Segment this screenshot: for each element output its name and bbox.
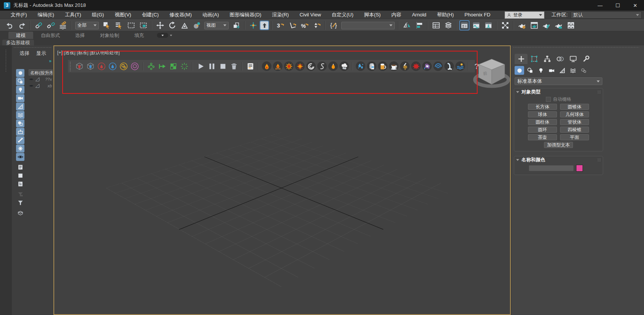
menu-item-12[interactable]: 自定义(U) (326, 11, 359, 19)
material-editor-icon[interactable] (499, 20, 511, 31)
phoenix-help-button[interactable]: ? (472, 61, 481, 71)
select-and-place-icon[interactable] (191, 20, 202, 31)
select-and-link-icon[interactable] (33, 20, 44, 31)
phoenix-body-force-icon[interactable] (130, 61, 139, 71)
edit-named-selection-sets-icon[interactable]: {} (328, 20, 339, 31)
phoenix-particle-shader-icon[interactable] (119, 61, 128, 71)
phoenix-liquid-source-icon[interactable] (108, 61, 117, 71)
menu-item-6[interactable]: 创建(C) (137, 11, 164, 19)
filter-settings-button[interactable] (16, 190, 24, 198)
ribbon-tab-5[interactable]: 填充 (127, 32, 152, 39)
scene-explorer-tab-select[interactable]: 选择 (19, 50, 29, 57)
menu-item-10[interactable]: 渲染(R) (267, 11, 294, 19)
phoenix-fire-smoke-simulator-icon[interactable] (74, 61, 84, 71)
menu-item-4[interactable]: 组(G) (87, 11, 110, 19)
pick-container-button[interactable] (16, 209, 24, 217)
spinner-snap-toggle-icon[interactable] (311, 20, 323, 31)
menu-item-5[interactable]: 视图(V) (109, 11, 136, 19)
tab-display[interactable] (567, 54, 579, 64)
phoenix-preset-smoke-icon[interactable] (306, 61, 316, 71)
select-by-name-icon[interactable] (113, 20, 124, 31)
panel-drag-handle[interactable] (13, 47, 52, 48)
undo-icon[interactable] (4, 20, 15, 31)
object-type-button-11[interactable]: 加强型文本 (544, 142, 573, 148)
scene-explorer-toggle-icon[interactable] (430, 20, 442, 31)
phoenix-grid-texture-icon[interactable] (168, 61, 178, 71)
menu-item-3[interactable]: 工具(T) (60, 11, 87, 19)
display-lights-toggle[interactable] (16, 86, 24, 94)
category-cameras[interactable] (547, 66, 556, 75)
menu-item-14[interactable]: 内容 (386, 11, 407, 19)
phoenix-preset-gasoline-icon[interactable] (317, 61, 327, 71)
render-production-icon[interactable] (541, 20, 552, 31)
display-space-warps-toggle[interactable] (16, 111, 24, 119)
tab-utilities[interactable] (579, 54, 592, 64)
scene-explorer-row[interactable]: xb (29, 82, 53, 89)
object-type-button-9[interactable]: 茶壶 (528, 134, 557, 140)
expand-chevron-icon[interactable]: » (49, 58, 51, 64)
category-lights[interactable] (536, 66, 546, 75)
category-systems[interactable] (579, 66, 588, 75)
keyboard-shortcut-override-toggle[interactable] (260, 21, 269, 30)
phoenix-preset-campfire-icon[interactable] (273, 61, 282, 71)
ribbon-tab-2[interactable]: 自由形式 (33, 32, 68, 39)
display-frozen-button[interactable] (16, 172, 24, 180)
unlink-selection-icon[interactable] (45, 20, 56, 31)
panel-drag-handle[interactable] (513, 47, 639, 48)
align-icon[interactable] (413, 20, 425, 31)
phoenix-preset-clouds-icon[interactable] (339, 61, 349, 71)
reference-coordinate-system-dropdown[interactable]: 视图 (204, 22, 229, 29)
toolbar-drag-handle[interactable] (69, 61, 71, 71)
object-category-dropdown[interactable]: 标准基本体 (515, 77, 602, 85)
selection-filter-dropdown[interactable]: 全部 (75, 22, 99, 29)
filter-button[interactable] (16, 199, 24, 207)
menu-item-17[interactable]: Phoenix FD (459, 11, 496, 19)
phoenix-preset-paint-splat-icon[interactable] (411, 61, 421, 71)
phoenix-preset-fire-icon[interactable] (262, 61, 271, 71)
menu-item-1[interactable]: 文件(F) (5, 11, 32, 19)
perspective-viewport[interactable]: [+] [透视] [标准] [默认明暗处理] ? 前 (53, 45, 511, 315)
ribbon-tab-1[interactable]: 建模 (8, 32, 33, 39)
phoenix-turbulence-icon[interactable] (179, 61, 189, 71)
phoenix-preset-coffee-icon[interactable] (389, 61, 399, 71)
phoenix-preset-beer-icon[interactable] (378, 61, 387, 71)
menu-item-9[interactable]: 图形编辑器(D) (224, 11, 267, 19)
sign-in-dropdown[interactable]: 登录 (505, 11, 544, 19)
mirror-icon[interactable] (401, 20, 413, 31)
category-geometry[interactable] (515, 66, 524, 75)
phoenix-preset-whirlpool-icon[interactable] (433, 61, 443, 71)
category-shapes[interactable] (525, 66, 535, 75)
maximize-button[interactable]: ☐ (609, 0, 626, 11)
object-type-button-7[interactable]: 圆环 (528, 127, 557, 133)
ribbon-more-dropdown[interactable] (157, 33, 168, 38)
render-in-cloud-icon[interactable] (553, 20, 564, 31)
phoenix-preset-explosion-icon[interactable] (284, 61, 294, 71)
scene-explorer-name-column-header[interactable]: 名称(按升序排 (29, 69, 53, 76)
phoenix-preset-milk-icon[interactable] (367, 61, 376, 71)
render-setup-icon[interactable] (516, 20, 528, 31)
object-type-rollout-header[interactable]: 对象类型 (514, 88, 603, 95)
visibility-eye-icon[interactable] (29, 77, 34, 82)
tab-create[interactable] (515, 54, 528, 64)
display-hidden-toggle[interactable] (16, 153, 24, 161)
layer-explorer-toggle-icon[interactable] (442, 20, 454, 31)
snaps-toggle-3d-icon[interactable]: 3 (274, 20, 286, 31)
tab-hierarchy[interactable] (541, 54, 554, 64)
object-type-button-6[interactable]: 管状体 (560, 119, 589, 125)
menu-item-11[interactable]: Civil View (294, 11, 326, 19)
redo-icon[interactable] (16, 20, 27, 31)
display-cameras-toggle[interactable] (16, 94, 24, 102)
bind-to-space-warp-icon[interactable] (57, 20, 69, 31)
object-color-swatch[interactable] (576, 165, 583, 172)
name-and-color-rollout-header[interactable]: 名称和颜色 (514, 156, 603, 163)
use-pivot-point-center-icon[interactable] (231, 20, 242, 31)
display-shapes-toggle[interactable] (16, 77, 24, 85)
render-elements-icon[interactable] (565, 20, 576, 31)
phoenix-node-tree-icon[interactable] (146, 61, 156, 71)
object-type-button-3[interactable]: 球体 (528, 111, 557, 117)
scene-explorer-tab-display[interactable]: 显示 (36, 50, 46, 57)
named-selection-sets-dropdown[interactable] (341, 22, 395, 29)
menu-item-2[interactable]: 编辑(E) (32, 11, 60, 19)
phoenix-pause-simulation-button[interactable] (207, 61, 216, 71)
angle-snap-toggle-icon[interactable] (287, 20, 298, 31)
